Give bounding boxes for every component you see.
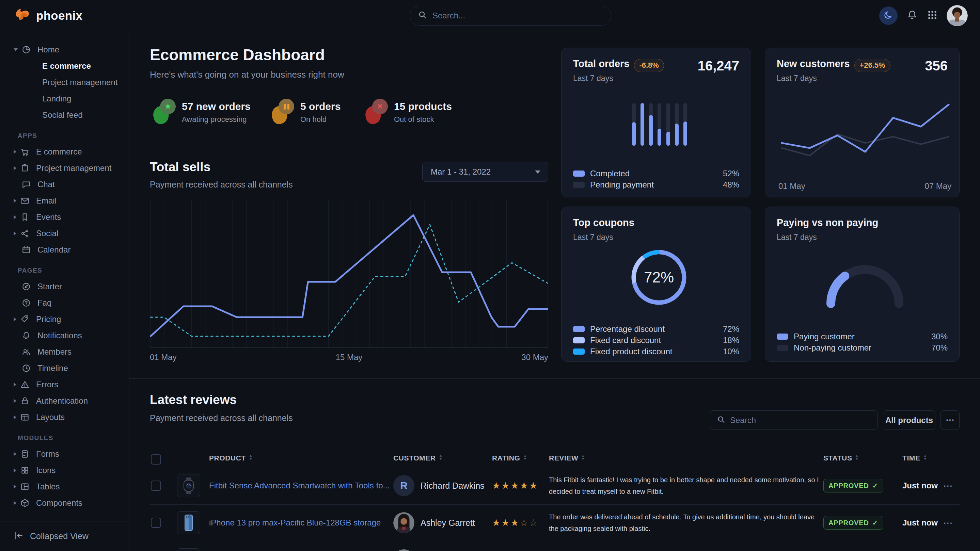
brand-name: phoenix [36, 9, 83, 22]
star-icon: ★ [164, 102, 171, 111]
row-checkbox[interactable] [151, 518, 161, 528]
table-icon [20, 481, 30, 492]
product-link[interactable]: iPhone 13 pro max-Pacific Blue-128GB sto… [209, 518, 381, 527]
product-thumbnail[interactable] [177, 511, 200, 534]
legend-value: 72% [723, 324, 739, 334]
notifications-button[interactable] [907, 9, 918, 22]
sidebar-item-chat[interactable]: Chat [0, 176, 129, 193]
sidebar-item-forms[interactable]: Forms [0, 446, 129, 462]
table-row[interactable]: iPhone 13 pro max-Pacific Blue-128GB sto… [150, 505, 959, 541]
sidebar-item-social-feed[interactable]: Social feed [0, 107, 129, 123]
date-range-select[interactable]: Mar 1 - 31, 2022 [422, 162, 548, 182]
sidebar-item-project-management[interactable]: Project management [0, 160, 129, 176]
reviews-search[interactable] [710, 410, 878, 430]
sidebar-item-components[interactable]: Components [0, 495, 129, 511]
sidebar-item-authentication[interactable]: Authentication [0, 393, 129, 409]
column-header-status[interactable]: STATUS [823, 454, 859, 462]
legend-swatch [573, 348, 585, 355]
user-avatar[interactable] [947, 5, 968, 26]
column-header-customer[interactable]: CUSTOMER [393, 454, 443, 462]
caret-right-icon [14, 317, 16, 321]
users-icon [21, 347, 31, 357]
all-products-button[interactable]: All products [883, 410, 935, 430]
caret-right-icon [14, 166, 16, 170]
sidebar-item-calendar[interactable]: Calendar [0, 241, 129, 258]
column-header-review[interactable]: REVIEW [549, 454, 585, 462]
sidebar-item-pricing[interactable]: Pricing [0, 311, 129, 327]
column-header-product[interactable]: PRODUCT [209, 454, 253, 462]
page-title: Ecommerce Dashboard [150, 46, 325, 64]
brand[interactable]: phoenix [14, 7, 83, 24]
reviews-more-button[interactable]: ⋯ [940, 410, 959, 430]
sidebar-item-icons[interactable]: Icons [0, 462, 129, 478]
new-customers-x-axis: 01 May 07 May [778, 181, 951, 191]
theme-toggle-button[interactable] [879, 6, 897, 25]
legend-swatch [777, 333, 788, 340]
search-icon [418, 11, 427, 21]
collapse-sidebar-button[interactable]: Collapsed View [0, 521, 129, 551]
avatar-photo [393, 549, 414, 551]
page-subtitle: Here's what's going on at your business … [150, 70, 344, 80]
moon-icon [883, 10, 894, 21]
sidebar-item-notifications[interactable]: Notifications [0, 327, 129, 344]
apps-menu-button[interactable] [927, 10, 938, 22]
tag-icon [20, 314, 30, 324]
legend-swatch [573, 326, 585, 332]
sort-icon [923, 454, 927, 462]
row-actions-button[interactable]: ⋯ [943, 480, 953, 491]
customer-avatar[interactable]: R [393, 475, 414, 496]
paying-split-legend: Paying customer30%Non-paying customer70% [777, 331, 948, 353]
select-all-checkbox[interactable] [151, 454, 161, 465]
sidebar-item-e-commerce[interactable]: E commerce [0, 58, 129, 74]
stat-title: 57 new orders [182, 101, 251, 112]
caret-down-icon [14, 48, 18, 51]
product-link[interactable]: Fitbit Sense Advanced Smartwatch with To… [209, 481, 390, 491]
sidebar-item-timeline[interactable]: Timeline [0, 360, 129, 376]
sidebar-item-faq[interactable]: Faq [0, 295, 129, 311]
sidebar-item-home[interactable]: Home [0, 41, 129, 58]
row-actions-button[interactable]: ⋯ [943, 517, 953, 529]
customer-avatar[interactable] [393, 512, 414, 533]
sidebar-item-social[interactable]: Social [0, 225, 129, 241]
table-row[interactable]: Fitbit Sense Advanced Smartwatch with To… [150, 467, 959, 505]
top-coupons-legend: Percentage discount72%Fixed card discoun… [573, 323, 739, 357]
sidebar-item-events[interactable]: Events [0, 209, 129, 225]
total-sells-chart: 01 May 15 May 30 May [150, 199, 548, 359]
sidebar-item-label: Errors [36, 380, 58, 389]
nc-x-end: 07 May [924, 181, 951, 191]
chevron-down-icon [535, 170, 540, 173]
product-thumbnail[interactable] [177, 474, 200, 497]
sidebar-item-layouts[interactable]: Layouts [0, 409, 129, 426]
sidebar-item-errors[interactable]: Errors [0, 376, 129, 393]
quick-stats: ★57 new ordersAwating processing5 orders… [129, 99, 548, 140]
doc-icon [20, 449, 30, 459]
column-label: CUSTOMER [393, 454, 436, 462]
sidebar-item-starter[interactable]: Starter [0, 278, 129, 295]
sidebar-item-email[interactable]: Email [0, 193, 129, 209]
avatar-photo [393, 512, 414, 533]
customer-name: Ashley Garrett [420, 518, 475, 528]
total-sells-subtitle: Payment received across all channels [150, 180, 293, 190]
total-orders-bar-chart [632, 103, 687, 146]
product-thumbnail[interactable] [177, 548, 200, 551]
sidebar-item-e-commerce[interactable]: E commerce [0, 144, 129, 160]
global-search[interactable] [410, 6, 611, 25]
legend-value: 30% [931, 332, 948, 341]
sidebar-item-project-management[interactable]: Project management [0, 74, 129, 91]
paying-split-title: Paying vs non paying [777, 217, 878, 229]
search-input[interactable] [433, 11, 582, 21]
column-header-rating[interactable]: RATING [492, 454, 527, 462]
sidebar-item-members[interactable]: Members [0, 344, 129, 360]
table-row[interactable] [150, 541, 959, 551]
row-checkbox[interactable] [151, 481, 161, 491]
sidebar-item-tables[interactable]: Tables [0, 478, 129, 495]
sort-icon [855, 454, 859, 462]
column-header-time[interactable]: TIME [902, 454, 927, 462]
sidebar-item-landing[interactable]: Landing [0, 91, 129, 107]
sidebar-item-label: Project management [36, 164, 111, 173]
new-customers-value: 356 [925, 58, 948, 73]
customer-avatar[interactable] [393, 549, 414, 551]
star-empty-icon: ☆ [520, 518, 529, 528]
reviews-search-input[interactable] [730, 416, 859, 425]
total-orders-legend: Completed52%Pending payment48% [573, 168, 739, 190]
